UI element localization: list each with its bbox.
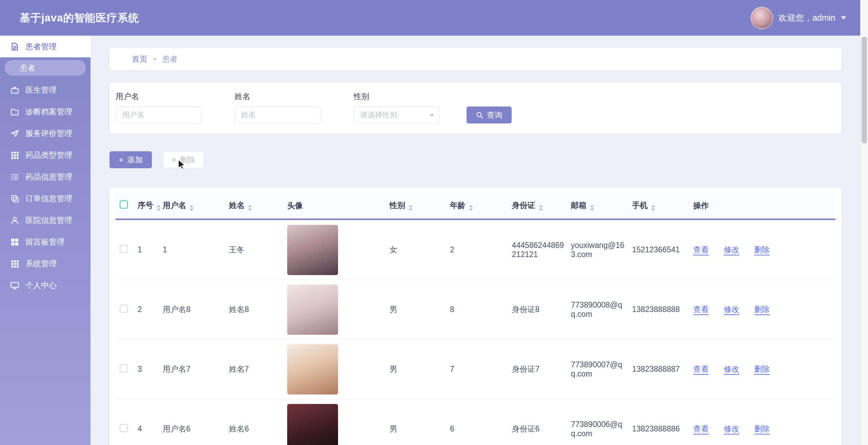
sidebar: 患者管理 患者 医生管理 诊断档案管理 服务: [0, 36, 91, 445]
search-button[interactable]: 查询: [467, 107, 512, 123]
gender-label: 性别: [354, 91, 439, 102]
view-link[interactable]: 查看: [693, 245, 709, 255]
sidebar-item-label: 药品类型管理: [25, 150, 72, 160]
column-header-num: 序号: [138, 201, 153, 210]
sidebar-item-label: 药品信息管理: [25, 172, 72, 182]
delete-link[interactable]: 删除: [754, 245, 770, 255]
delete-link[interactable]: 删除: [754, 304, 770, 315]
delete-button[interactable]: × 删除: [163, 151, 204, 168]
sidebar-item-drug-type-management[interactable]: 药品类型管理: [0, 144, 91, 166]
row-checkbox[interactable]: [120, 245, 128, 253]
sidebar-item-personal-center[interactable]: 个人中心: [0, 274, 91, 296]
cell-phone: 13823888888: [632, 280, 693, 340]
filter-username-group: 用户名: [116, 91, 201, 123]
edit-link[interactable]: 修改: [724, 304, 739, 315]
filter-panel: 用户名 姓名 性别 请选择性别 查询: [110, 82, 842, 134]
sidebar-subitem-patients[interactable]: 患者: [5, 60, 86, 76]
row-checkbox[interactable]: [120, 424, 128, 432]
avatar-photo: [287, 225, 338, 275]
column-header-email: 邮箱: [571, 201, 587, 210]
monitor-icon: [10, 281, 19, 290]
sort-carets-icon[interactable]: [248, 205, 252, 211]
cell-username: 用户名7: [162, 340, 229, 399]
sidebar-item-hospital-info-management[interactable]: 医院信息管理: [0, 209, 91, 231]
filter-name-group: 姓名: [235, 91, 320, 123]
column-header-gender: 性别: [390, 201, 405, 210]
list-icon: [10, 172, 19, 181]
cell-email: 773890007@qq.com: [571, 340, 632, 399]
username-input[interactable]: [116, 107, 201, 123]
view-link[interactable]: 查看: [693, 364, 709, 374]
add-button[interactable]: + 添加: [110, 151, 152, 168]
gender-select[interactable]: 请选择性别: [354, 107, 439, 123]
main-content: 首页 • 患者 用户名 姓名 性别 请选择性别: [91, 36, 861, 445]
copy-icon: [10, 194, 19, 203]
grid-four-icon: [10, 237, 19, 247]
document-icon: [10, 42, 19, 51]
avatar-photo: [287, 404, 338, 445]
breadcrumb-current: 患者: [162, 54, 178, 64]
cell-username: 1: [162, 219, 229, 280]
delete-link[interactable]: 删除: [754, 424, 770, 434]
select-all-checkbox[interactable]: [120, 200, 128, 209]
edit-link[interactable]: 修改: [724, 424, 739, 434]
sidebar-item-message-board-management[interactable]: 留言板管理: [0, 231, 91, 253]
breadcrumb-home[interactable]: 首页: [132, 54, 147, 64]
sort-carets-icon[interactable]: [539, 205, 543, 211]
select-caret-icon: [430, 114, 434, 119]
sidebar-item-service-evaluation[interactable]: 服务评价管理: [0, 122, 91, 144]
sort-carets-icon[interactable]: [469, 205, 473, 211]
user-icon: [10, 216, 19, 225]
delete-link[interactable]: 删除: [754, 364, 770, 374]
cell-email: 773890008@qq.com: [571, 280, 632, 340]
sidebar-item-diagnosis-archive[interactable]: 诊断档案管理: [0, 101, 91, 122]
search-icon: [476, 111, 484, 119]
sidebar-item-label: 个人中心: [25, 280, 57, 291]
sort-carets-icon[interactable]: [190, 205, 194, 211]
top-header: 基于java的智能医疗系统 欢迎您，admin: [0, 0, 861, 36]
table-header-row: 序号 用户名 姓名 头像 性别 年龄 身份证 邮箱 手机 操作: [116, 193, 835, 219]
grid-icon: [10, 151, 19, 160]
user-menu[interactable]: 欢迎您，admin: [751, 7, 846, 29]
column-header-avatar: 头像: [287, 201, 303, 210]
row-checkbox[interactable]: [120, 305, 128, 313]
sidebar-item-doctor-management[interactable]: 医生管理: [0, 79, 91, 101]
cell-num: 3: [137, 340, 162, 399]
sort-carets-icon[interactable]: [409, 205, 413, 211]
scrollbar[interactable]: [860, 0, 868, 445]
cell-name: 姓名7: [229, 340, 287, 399]
column-header-username: 用户名: [163, 201, 186, 210]
table-toolbar: + 添加 × 删除: [110, 151, 842, 168]
sidebar-item-label: 医生管理: [25, 85, 57, 95]
sidebar-item-order-info-management[interactable]: 订单信息管理: [0, 188, 91, 209]
app-title: 基于java的智能医疗系统: [20, 11, 139, 25]
close-icon: ×: [171, 155, 176, 164]
scrollbar-thumb[interactable]: [862, 37, 867, 143]
cell-age: 8: [450, 280, 512, 340]
user-avatar[interactable]: [751, 7, 773, 29]
view-link[interactable]: 查看: [693, 424, 709, 434]
row-checkbox[interactable]: [120, 364, 128, 372]
column-header-idcard: 身份证: [512, 201, 535, 210]
welcome-text: 欢迎您，admin: [778, 12, 835, 23]
sidebar-item-drug-info-management[interactable]: 药品信息管理: [0, 166, 91, 188]
app-page: 基于java的智能医疗系统 欢迎您，admin 患者管理 患者 医生管: [0, 0, 861, 445]
name-label: 姓名: [235, 91, 320, 102]
sort-carets-icon[interactable]: [651, 205, 655, 211]
sort-carets-icon[interactable]: [590, 205, 594, 211]
breadcrumb-separator: •: [154, 55, 156, 63]
cell-age: 6: [450, 399, 512, 445]
name-input[interactable]: [235, 107, 320, 123]
sidebar-item-patient-management[interactable]: 患者管理: [0, 36, 91, 57]
user-dropdown-caret-icon[interactable]: [841, 16, 846, 22]
sidebar-item-label: 服务评价管理: [25, 128, 72, 139]
edit-link[interactable]: 修改: [724, 245, 739, 255]
sidebar-item-system-management[interactable]: 系统管理: [0, 253, 91, 274]
edit-link[interactable]: 修改: [724, 364, 739, 374]
cell-username: 用户名6: [162, 399, 229, 445]
plus-icon: +: [119, 155, 124, 164]
cell-age: 7: [450, 340, 512, 399]
sort-carets-icon[interactable]: [157, 205, 161, 211]
view-link[interactable]: 查看: [693, 304, 709, 315]
cell-age: 2: [450, 219, 512, 280]
